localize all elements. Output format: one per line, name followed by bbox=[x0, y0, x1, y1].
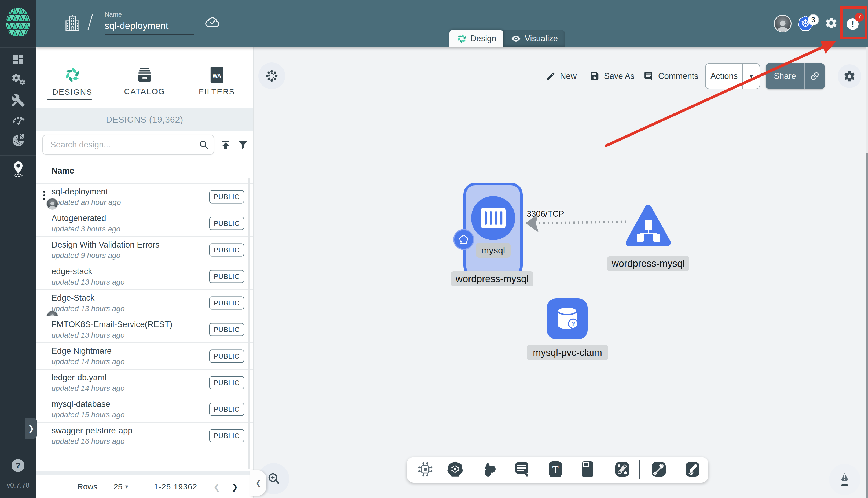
meshery-logo[interactable] bbox=[6, 7, 30, 39]
canvas-bottom-toolbar: T bbox=[407, 457, 708, 483]
panel-collapse-button[interactable]: ❮ bbox=[250, 470, 267, 496]
shapes-tool[interactable] bbox=[482, 461, 498, 479]
table-row[interactable]: edge-stackupdated 13 hours ago PUBLIC bbox=[36, 263, 253, 290]
chevron-right-icon: ❯ bbox=[28, 424, 34, 433]
pen-mode-button[interactable] bbox=[829, 464, 860, 495]
node-label-pvc[interactable]: mysql-pvc-claim bbox=[527, 345, 608, 360]
kubernetes-context-count-badge[interactable]: 3 bbox=[808, 14, 819, 25]
catalog-archive-icon bbox=[136, 66, 153, 83]
search-icon bbox=[198, 140, 209, 151]
table-row[interactable]: FMTOK8S-Email-Service(REST)updated 13 ho… bbox=[36, 316, 253, 343]
notes-tool[interactable] bbox=[514, 461, 530, 479]
share-button[interactable]: Share bbox=[765, 63, 825, 89]
design-canvas[interactable]: New Save As Comments Actions ▾ Share bbox=[254, 47, 868, 498]
table-row[interactable]: ledger-db.yamlupdated 14 hours ago PUBLI… bbox=[36, 369, 253, 396]
next-page-button[interactable]: ❯ bbox=[231, 482, 238, 492]
canvas-settings-button[interactable] bbox=[838, 64, 861, 88]
sidebar-expand-button[interactable]: ❯ bbox=[26, 418, 37, 439]
table-row[interactable]: sql-deployment updated an hour ago PUBLI… bbox=[36, 184, 253, 210]
table-row[interactable]: Autogeneratedupdated 3 hours ago PUBLIC bbox=[36, 210, 253, 237]
sidebar-item-extensions[interactable] bbox=[0, 130, 36, 151]
left-nav-rail: ❯ ? v0.7.78 bbox=[0, 0, 36, 498]
actions-button[interactable]: Actions ▾ bbox=[705, 63, 760, 89]
kubernetes-icon bbox=[446, 460, 464, 478]
page-scrollbar-thumb[interactable] bbox=[866, 153, 868, 498]
node-pod-wordpress-mysql[interactable]: mysql bbox=[463, 183, 523, 278]
design-name-field[interactable]: Name sql-deployment bbox=[105, 11, 194, 35]
node-label-pod[interactable]: wordpress-mysql bbox=[451, 271, 533, 286]
node-label-service[interactable]: wordpress-mysql bbox=[607, 256, 689, 271]
component-chip-tool[interactable] bbox=[417, 461, 433, 479]
table-row[interactable]: Design With Validation Errorsupdated 9 h… bbox=[36, 237, 253, 263]
save-as-button[interactable]: Save As bbox=[590, 63, 635, 89]
speedometer-icon bbox=[11, 113, 26, 127]
sidebar-item-lifecycle[interactable] bbox=[0, 70, 36, 90]
container-name-chip: mysql bbox=[476, 243, 510, 258]
tab-designs-label: DESIGNS bbox=[52, 88, 92, 96]
previous-page-button[interactable]: ❮ bbox=[213, 482, 220, 492]
sticky-rectangle-tool[interactable] bbox=[582, 461, 596, 479]
kubernetes-tool[interactable] bbox=[446, 460, 464, 479]
wasm-filter-icon: WA bbox=[209, 66, 224, 83]
mesh-dots-icon bbox=[265, 69, 278, 82]
comments-button[interactable]: Comments bbox=[644, 63, 698, 89]
tab-filters[interactable]: WA FILTERS bbox=[181, 47, 253, 108]
rows-per-page-select[interactable]: 25 ▾ bbox=[114, 482, 128, 491]
copy-link-button[interactable] bbox=[805, 71, 825, 81]
comment-icon bbox=[644, 71, 654, 81]
magnifier-plus-icon bbox=[266, 471, 281, 486]
canvas-mesh-button[interactable] bbox=[258, 63, 285, 89]
list-empty-space bbox=[36, 449, 253, 471]
visibility-badge: PUBLIC bbox=[209, 190, 244, 203]
upload-design-button[interactable] bbox=[220, 139, 231, 150]
organization-icon[interactable] bbox=[65, 15, 80, 33]
svg-text:WA: WA bbox=[212, 73, 221, 79]
table-row[interactable]: Edge-Stackupdated 13 hours ago PUBLIC bbox=[36, 290, 253, 316]
tab-design-label: Design bbox=[470, 34, 496, 43]
upload-icon bbox=[220, 139, 231, 150]
search-row bbox=[36, 131, 253, 158]
design-name-value[interactable]: sql-deployment bbox=[105, 21, 194, 31]
question-mark-icon: ? bbox=[15, 461, 21, 470]
row-kebab-menu[interactable] bbox=[43, 191, 45, 200]
sidebar-item-anchor-pin[interactable] bbox=[0, 159, 36, 179]
node-pvc-mysql-pvc-claim[interactable]: ? bbox=[547, 299, 587, 339]
search-input[interactable] bbox=[42, 135, 214, 155]
tab-catalog[interactable]: CATALOG bbox=[108, 47, 181, 108]
rows-label: Rows bbox=[77, 482, 98, 491]
visibility-badge: PUBLIC bbox=[209, 323, 244, 336]
new-button[interactable]: New bbox=[546, 63, 576, 89]
text-tool[interactable]: T bbox=[548, 461, 563, 479]
table-row[interactable]: Edge Nightmareupdated 14 hours ago PUBLI… bbox=[36, 343, 253, 369]
pen-edge-draw-tool[interactable] bbox=[651, 461, 666, 479]
user-avatar[interactable] bbox=[774, 15, 791, 32]
filter-designs-button[interactable] bbox=[237, 139, 249, 151]
mode-tab-bar: Design Visualize bbox=[450, 30, 565, 47]
tab-design[interactable]: Design bbox=[450, 30, 503, 47]
visibility-badge: PUBLIC bbox=[209, 217, 244, 230]
container-circle[interactable] bbox=[471, 196, 515, 240]
sidebar-item-performance[interactable] bbox=[0, 109, 36, 130]
visibility-badge: PUBLIC bbox=[209, 376, 244, 389]
sidebar-item-configuration[interactable] bbox=[0, 90, 36, 110]
table-row[interactable]: swagger-petstore-appupdated 16 hours ago… bbox=[36, 423, 253, 449]
exclamation-icon: ! bbox=[851, 19, 854, 29]
eye-icon bbox=[510, 35, 522, 43]
design-name-label: Name bbox=[105, 11, 194, 18]
chevron-left-icon: ❮ bbox=[256, 479, 261, 487]
link-edge-tool[interactable] bbox=[614, 461, 630, 479]
pod-pentagon-badge[interactable] bbox=[453, 229, 474, 250]
tab-visualize[interactable]: Visualize bbox=[503, 30, 565, 47]
actions-dropdown-caret[interactable]: ▾ bbox=[743, 73, 760, 80]
pagination-range: 1-25 19362 bbox=[154, 482, 197, 491]
help-button[interactable]: ? bbox=[12, 459, 24, 472]
list-scrollbar[interactable] bbox=[248, 178, 250, 469]
header-settings-button[interactable] bbox=[825, 17, 838, 29]
pentagon-icon bbox=[458, 234, 469, 245]
freehand-draw-tool[interactable] bbox=[685, 461, 700, 479]
sidebar-item-dashboard[interactable] bbox=[0, 49, 36, 70]
pen-nib-icon bbox=[837, 471, 852, 487]
table-row[interactable]: mysql-databaseupdated 15 hours ago PUBLI… bbox=[36, 396, 253, 423]
column-header-name: Name bbox=[36, 158, 253, 183]
node-service-wordpress-mysql[interactable] bbox=[625, 204, 671, 248]
